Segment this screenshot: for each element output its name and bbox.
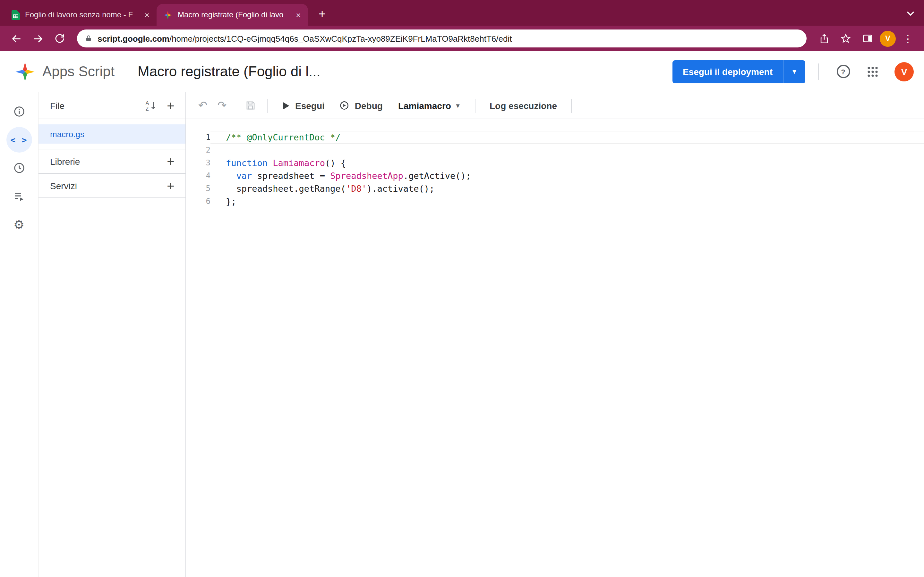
- brand-name[interactable]: Apps Script: [42, 63, 115, 80]
- tab-title: Foglio di lavoro senza nome - F: [25, 10, 136, 19]
- browser-toolbar: script.google.com/home/projects/1CQ-eGjm…: [0, 26, 924, 51]
- code-glyph: < >: [11, 135, 27, 145]
- triggers-clock-icon[interactable]: [6, 155, 32, 181]
- chevron-down-icon: ▾: [456, 102, 459, 109]
- libraries-section[interactable]: Librerie +: [39, 149, 186, 173]
- code-line[interactable]: 3function Lamiamacro() {: [186, 156, 924, 169]
- files-panel-header: File AZ +: [39, 92, 186, 119]
- close-tab-icon[interactable]: ×: [141, 9, 153, 21]
- reload-icon[interactable]: [50, 29, 69, 48]
- debug-icon: [339, 100, 350, 111]
- tab-spreadsheet[interactable]: Foglio di lavoro senza nome - F ×: [5, 4, 157, 26]
- run-label: Esegui: [295, 100, 325, 111]
- account-avatar[interactable]: V: [895, 62, 914, 81]
- executions-list-icon[interactable]: [6, 183, 32, 209]
- services-label: Servizi: [50, 181, 161, 191]
- overview-info-icon[interactable]: [6, 99, 32, 124]
- add-service-icon[interactable]: +: [161, 176, 180, 195]
- deploy-button-label: Esegui il deployment: [672, 66, 783, 77]
- tab-search-chevron-icon[interactable]: [903, 6, 918, 21]
- editor-toolbar: ↶ ↷ Esegui Debug Lamiamacro ▾ Log esecuz…: [186, 92, 924, 119]
- line-number: 2: [186, 143, 210, 156]
- url-path: /home/projects/1CQ-eGjmqq54q6s_OaSXwCqKp…: [170, 34, 512, 43]
- forward-icon[interactable]: [28, 29, 47, 48]
- deploy-button[interactable]: Esegui il deployment ▾: [672, 60, 805, 83]
- code-editor[interactable]: 1/** @OnlyCurrentDoc */23function Lamiam…: [186, 119, 924, 577]
- code-line[interactable]: 1/** @OnlyCurrentDoc */: [186, 131, 924, 143]
- file-name: macro.gs: [50, 129, 84, 139]
- lock-icon: [85, 34, 92, 43]
- app-header: Apps Script Macro registrate (Foglio di …: [0, 51, 924, 92]
- project-title[interactable]: Macro registrate (Foglio di l...: [137, 63, 320, 80]
- line-number: 4: [186, 169, 210, 182]
- files-header-label: File: [50, 100, 142, 111]
- share-icon[interactable]: [814, 29, 834, 48]
- editor-code-icon[interactable]: < >: [6, 127, 32, 153]
- code-line[interactable]: 6};: [186, 195, 924, 208]
- execution-log-button[interactable]: Log esecuzione: [483, 95, 564, 116]
- add-file-icon[interactable]: +: [161, 96, 180, 115]
- redo-icon[interactable]: ↷: [213, 97, 231, 114]
- line-number: 1: [186, 131, 210, 143]
- deploy-caret-icon[interactable]: ▾: [783, 60, 805, 83]
- function-selector[interactable]: Lamiamacro ▾: [391, 95, 467, 116]
- settings-gear-icon[interactable]: ⚙: [6, 211, 32, 237]
- svg-text:Z: Z: [145, 106, 149, 111]
- url-domain: script.google.com: [97, 34, 170, 43]
- help-icon[interactable]: ?: [832, 60, 855, 83]
- apps-script-logo: [14, 61, 36, 82]
- run-button[interactable]: Esegui: [275, 95, 331, 116]
- debug-button[interactable]: Debug: [333, 95, 389, 116]
- help-glyph: ?: [837, 65, 850, 78]
- code-line[interactable]: 5 spreadsheet.getRange('D8').activate();: [186, 182, 924, 195]
- toolbar-divider: [571, 98, 572, 113]
- line-content: /** @OnlyCurrentDoc */: [210, 131, 924, 143]
- side-panel-icon[interactable]: [858, 29, 877, 48]
- services-section[interactable]: Servizi +: [39, 173, 186, 197]
- debug-label: Debug: [355, 100, 383, 111]
- tab-apps-script[interactable]: Macro registrate (Foglio di lavo ×: [157, 4, 308, 26]
- line-content: var spreadsheet = SpreadsheetApp.getActi…: [210, 169, 924, 182]
- tab-title: Macro registrate (Foglio di lavo: [178, 10, 288, 19]
- apps-script-window: Foglio di lavoro senza nome - F × Macro …: [0, 0, 924, 577]
- svg-text:A: A: [145, 100, 149, 105]
- execution-log-label: Log esecuzione: [489, 100, 557, 111]
- browser-menu-icon[interactable]: ⋮: [898, 29, 918, 48]
- close-tab-icon[interactable]: ×: [292, 9, 304, 21]
- code-line[interactable]: 2: [186, 143, 924, 156]
- line-number: 6: [186, 195, 210, 208]
- apps-script-icon: [163, 10, 173, 19]
- line-content: [210, 143, 924, 156]
- browser-tab-strip: Foglio di lavoro senza nome - F × Macro …: [0, 0, 924, 26]
- code-line[interactable]: 4 var spreadsheet = SpreadsheetApp.getAc…: [186, 169, 924, 182]
- save-icon[interactable]: [241, 97, 259, 114]
- line-number: 3: [186, 156, 210, 169]
- play-icon: [282, 101, 290, 110]
- files-panel: File AZ + macro.gs Librerie + Servizi +: [39, 92, 186, 577]
- header-divider: [818, 63, 819, 80]
- function-selector-value: Lamiamacro: [398, 100, 451, 111]
- line-number: 5: [186, 182, 210, 195]
- back-icon[interactable]: [6, 29, 26, 48]
- libraries-label: Librerie: [50, 156, 161, 166]
- google-sheets-icon: [11, 10, 20, 19]
- line-content: };: [210, 195, 924, 208]
- code-area: 1/** @OnlyCurrentDoc */23function Lamiam…: [186, 131, 924, 208]
- undo-icon[interactable]: ↶: [194, 97, 212, 114]
- panel-sections: Librerie + Servizi +: [39, 149, 186, 198]
- url-text: script.google.com/home/projects/1CQ-eGjm…: [97, 34, 512, 43]
- add-library-icon[interactable]: +: [161, 152, 180, 171]
- google-apps-grid-icon[interactable]: [861, 60, 884, 83]
- line-content: function Lamiamacro() {: [210, 156, 924, 169]
- new-tab-button[interactable]: +: [313, 5, 331, 23]
- line-content: spreadsheet.getRange('D8').activate();: [210, 182, 924, 195]
- bookmark-star-icon[interactable]: [836, 29, 855, 48]
- gear-glyph: ⚙: [13, 218, 24, 230]
- browser-avatar[interactable]: V: [880, 31, 896, 47]
- toolbar-divider: [475, 98, 475, 113]
- left-rail: < > ⚙: [0, 92, 39, 577]
- sort-az-icon[interactable]: AZ: [142, 96, 161, 115]
- toolbar-divider: [267, 98, 268, 113]
- file-item-macro-gs[interactable]: macro.gs: [39, 124, 186, 143]
- address-bar[interactable]: script.google.com/home/projects/1CQ-eGjm…: [77, 29, 806, 47]
